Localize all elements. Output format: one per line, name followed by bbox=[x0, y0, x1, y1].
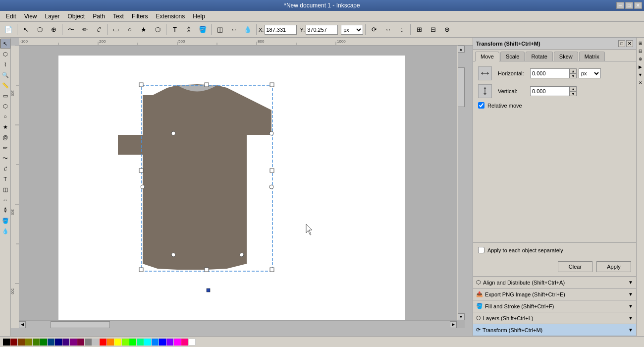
close-button[interactable]: ✕ bbox=[634, 2, 642, 9]
horizontal-unit-select[interactable]: px mm cm in bbox=[579, 68, 601, 78]
swatch-white[interactable] bbox=[189, 339, 196, 346]
scroll-up-btn[interactable]: ▲ bbox=[458, 46, 465, 53]
3d-left-tool[interactable]: ⬡ bbox=[0, 101, 10, 111]
tshirt-group[interactable] bbox=[118, 83, 312, 292]
side-btn6[interactable]: ✕ bbox=[637, 79, 644, 86]
panel-close-btn[interactable]: ✕ bbox=[626, 40, 633, 47]
node-corner[interactable] bbox=[207, 289, 210, 292]
h-scroll-thumb[interactable] bbox=[51, 321, 110, 328]
h-scroll-track[interactable] bbox=[26, 321, 450, 328]
rect-left-tool[interactable]: ▭ bbox=[0, 91, 10, 101]
vertical-input[interactable] bbox=[530, 86, 570, 96]
node4[interactable] bbox=[141, 185, 145, 189]
maximize-button[interactable]: □ bbox=[625, 2, 633, 9]
relative-move-label[interactable]: Relative move bbox=[487, 103, 522, 109]
v-scroll-track[interactable] bbox=[458, 53, 465, 313]
gradient-tool[interactable]: ◫ bbox=[214, 23, 226, 36]
export-panel[interactable]: 📤 Export PNG Image (Shift+Ctrl+E) ▼ bbox=[473, 289, 636, 300]
menu-layer[interactable]: Layer bbox=[41, 12, 63, 21]
apply-button[interactable]: Apply bbox=[596, 261, 631, 272]
swatch-cyan[interactable] bbox=[144, 339, 151, 346]
gradient-left-tool[interactable]: ◫ bbox=[0, 184, 10, 194]
side-btn4[interactable]: ▶ bbox=[637, 63, 644, 70]
v-scrollbar[interactable]: ▲ ▼ bbox=[457, 46, 465, 320]
handle-bm[interactable] bbox=[205, 268, 209, 272]
node3[interactable] bbox=[269, 185, 273, 189]
swatch-spring[interactable] bbox=[137, 339, 144, 346]
swatch-maroon[interactable] bbox=[10, 339, 17, 346]
pencil-left-tool[interactable]: ✏ bbox=[0, 143, 10, 153]
h-scrollbar[interactable]: ◀ ▶ bbox=[19, 320, 457, 328]
swatch-lime[interactable] bbox=[129, 339, 136, 346]
transform-btn3[interactable]: ↕ bbox=[395, 23, 408, 36]
swatch-silver[interactable] bbox=[92, 339, 99, 346]
swatch-blue[interactable] bbox=[159, 339, 166, 346]
swatch-black[interactable] bbox=[3, 339, 10, 346]
handle-tl[interactable] bbox=[139, 83, 143, 87]
tab-matrix[interactable]: Matrix bbox=[579, 52, 605, 61]
circle-tool[interactable]: ○ bbox=[123, 23, 136, 36]
apply-each-checkbox[interactable] bbox=[478, 247, 484, 253]
scroll-left-btn[interactable]: ◀ bbox=[19, 321, 26, 328]
swatch-violet[interactable] bbox=[166, 339, 173, 346]
spiral-tool[interactable]: @ bbox=[0, 132, 10, 142]
unit-select[interactable]: px mm cm in bbox=[341, 25, 363, 35]
node-edit-tool[interactable]: ⬡ bbox=[0, 49, 10, 59]
canvas-content[interactable]: ◀ ▶ ▲ ▼ bbox=[19, 46, 465, 328]
node-tool[interactable]: ⬡ bbox=[33, 23, 46, 36]
horizontal-up-btn[interactable]: ▲ bbox=[570, 68, 577, 73]
align-panel[interactable]: ⬡ Align and Distribute (Shift+Ctrl+A) ▼ bbox=[473, 277, 636, 289]
fill-tool[interactable]: 🪣 bbox=[196, 23, 209, 36]
new-button[interactable]: 📄 bbox=[2, 23, 15, 36]
pencil-tool[interactable]: ✏ bbox=[78, 23, 91, 36]
spray-tool[interactable]: ⁑ bbox=[182, 23, 195, 36]
transform-btn1[interactable]: ⟳ bbox=[368, 23, 380, 36]
handle-tr[interactable] bbox=[270, 83, 274, 87]
swatch-red[interactable] bbox=[100, 339, 107, 346]
3d-tool[interactable]: ⬡ bbox=[151, 23, 164, 36]
x-input[interactable] bbox=[265, 25, 297, 35]
swatch-gray[interactable] bbox=[85, 339, 92, 346]
panel-float-btn[interactable]: □ bbox=[618, 40, 625, 47]
scroll-right-btn[interactable]: ▶ bbox=[450, 321, 457, 328]
tshirt-path[interactable] bbox=[118, 84, 271, 270]
swatch-rose[interactable] bbox=[181, 339, 188, 346]
connector-tool[interactable]: ↔ bbox=[227, 23, 240, 36]
swatch-dv[interactable] bbox=[62, 339, 69, 346]
vertical-down-btn[interactable]: ▼ bbox=[570, 91, 577, 96]
swatch-db[interactable] bbox=[48, 339, 54, 346]
layers-panel[interactable]: ⬡ Layers (Shift+Ctrl+L) ▼ bbox=[473, 312, 636, 324]
swatch-orange[interactable] bbox=[107, 339, 114, 346]
swatch-green[interactable] bbox=[40, 339, 47, 346]
menu-edit[interactable]: Edit bbox=[2, 12, 20, 21]
swatch-olive[interactable] bbox=[25, 339, 32, 346]
handle-tm[interactable] bbox=[205, 83, 209, 87]
bezier-left-tool[interactable]: 〜 bbox=[0, 153, 10, 163]
snap-btn1[interactable]: ⊞ bbox=[413, 23, 426, 36]
fill-left-tool[interactable]: 🪣 bbox=[0, 216, 10, 226]
eyedrop-left-tool[interactable]: 💧 bbox=[0, 226, 10, 236]
menu-path[interactable]: Path bbox=[89, 12, 109, 21]
tab-move[interactable]: Move bbox=[475, 52, 499, 61]
node2[interactable] bbox=[269, 131, 273, 135]
menu-text[interactable]: Text bbox=[109, 12, 128, 21]
menu-view[interactable]: View bbox=[20, 12, 41, 21]
handle-mr[interactable] bbox=[270, 169, 274, 173]
transform-btn2[interactable]: ↔ bbox=[381, 23, 394, 36]
vertical-up-btn[interactable]: ▲ bbox=[570, 86, 577, 91]
relative-move-checkbox[interactable] bbox=[478, 102, 484, 109]
tab-skew[interactable]: Skew bbox=[554, 52, 578, 61]
swatch-brown[interactable] bbox=[18, 339, 25, 346]
measure-tool[interactable]: 📏 bbox=[0, 80, 10, 90]
callig-tool[interactable]: 𝓒 bbox=[92, 23, 105, 36]
swatch-dp[interactable] bbox=[77, 339, 84, 346]
connector-left-tool[interactable]: ↔ bbox=[0, 195, 10, 205]
tab-rotate[interactable]: Rotate bbox=[526, 52, 552, 61]
swatch-lg[interactable] bbox=[33, 339, 40, 346]
eyedropper-tool[interactable]: 💧 bbox=[241, 23, 254, 36]
swatch-navy[interactable] bbox=[55, 339, 62, 346]
y-input[interactable] bbox=[306, 25, 338, 35]
spray-left-tool[interactable]: ⁑ bbox=[0, 205, 10, 215]
transform-collapsed-panel[interactable]: ⟳ Transform (Shift+Ctrl+M) ▼ bbox=[473, 324, 636, 336]
handle-br[interactable] bbox=[270, 268, 274, 272]
